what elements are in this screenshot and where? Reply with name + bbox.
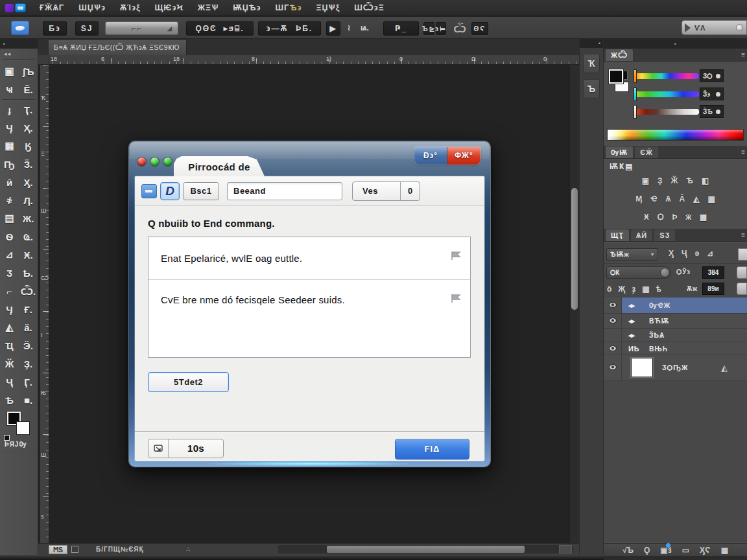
menu-item-4[interactable]: ЩѤ϶Ϟ [147,3,190,12]
tab-adjustments[interactable]: ѸѬ [606,146,633,158]
menu-item-5[interactable]: ЖΞѰ [191,3,226,12]
toolbar-d-button[interactable]: D [160,182,180,200]
toolbar-text-input[interactable]: Beeand [227,182,342,200]
adjustment-icon-3-1[interactable]: Ӿ [644,213,649,222]
blend-mode-dropdown[interactable]: ѢѬж▾ [606,248,658,261]
document-tab[interactable]: Б≡Ѧ ѪИЏ ҒΞЉЄ((Ѽ ҖЋ϶Ѧ ΞЅЄ9ҜЮ [49,40,187,55]
close-light-icon[interactable] [137,158,146,166]
opacity-value[interactable]: 384 [702,266,724,279]
menu-item-1[interactable]: ҒӜѦΓ [32,3,71,12]
layers-action-icon-4[interactable]: ▭ [682,546,689,555]
active-tool-button[interactable] [11,21,29,35]
tool-2[interactable]: ʃЪ [19,62,38,80]
tool-10[interactable]: Ӄ [19,137,38,155]
adjustment-icon-2-2[interactable]: Ҽ [650,194,657,204]
tool-38[interactable]: ■. [19,391,38,409]
fill-value[interactable]: 89и [702,283,724,295]
tool-29[interactable]: ◭ [0,318,19,336]
lock-icon-4[interactable]: ▦ [642,285,649,294]
flag-icon[interactable] [451,251,461,260]
horizontal-scrollbar-thumb[interactable] [327,546,525,553]
adjustment-icon-3-2[interactable]: Ѻ [658,213,664,222]
layer-kind-dropdown[interactable]: ѺҜ [606,266,671,279]
close-button[interactable]: ΦЖ° [447,147,480,165]
adjustment-icon-2-3[interactable]: Ѧ [666,194,671,204]
slider-handle[interactable] [634,105,637,119]
adjustment-icon-3-4[interactable]: ӝ [685,213,691,222]
flag-icon[interactable] [451,294,461,303]
adjustment-icon-2-4[interactable]: Ӑ [680,194,685,204]
adjustment-icon-3-3[interactable]: Ϸ [672,213,677,222]
tool-16[interactable]: Ӆ. [19,191,38,209]
menu-item-6[interactable]: ѬЏѢ϶ [226,3,268,12]
slider-handle[interactable] [634,69,637,83]
collapse-arrows-icon[interactable]: ◂◂ [0,49,38,58]
tool-28[interactable]: Ғ. [19,300,38,318]
options-button-2[interactable]: ЅЈ [75,21,99,36]
tool-8[interactable]: Ҳ. [19,119,38,137]
adjustment-icon-3-5[interactable]: ▩ [700,213,707,222]
minimize-light-icon[interactable] [150,158,159,166]
tool-35[interactable]: Ҷ [0,373,19,391]
vertical-scrollbar-thumb[interactable] [571,188,578,310]
color-spectrum-ramp[interactable] [607,129,744,141]
zoom-level-box[interactable]: ϺЅ [49,545,67,554]
visibility-eye-icon[interactable] [609,364,617,370]
filter-icon-1[interactable]: Ӽ [669,249,674,258]
filter-icon-3[interactable]: ә [694,249,699,258]
tab-styles[interactable]: ЄӜ [635,146,658,158]
tab-color[interactable]: ЖѼ [606,49,633,61]
workspace-switcher[interactable]: ѴΛ [682,20,747,35]
tool-15[interactable]: ҂ [0,191,19,209]
adjustment-icon-1-1[interactable]: ▣ [642,176,649,185]
vertical-scrollbar[interactable] [569,65,579,543]
color-slider-1[interactable] [634,73,699,79]
tool-37[interactable]: Ѣ [0,391,19,409]
tool-30[interactable]: ă. [19,318,38,336]
layer-row-1[interactable]: ◂▸ѸҼЖ [604,298,747,314]
gradient-picker-dropdown[interactable]: ⌐⌐ ◢ [105,21,178,35]
tab-layers[interactable]: ЩҬ [606,229,629,241]
slider-value-box[interactable]: Ӟ϶ [700,88,724,100]
tool-34[interactable]: Ҙ. [19,355,38,373]
horizontal-scrollbar[interactable] [278,545,573,554]
adjustment-icon-1-5[interactable]: ◧ [702,176,709,185]
yes-field[interactable]: Ves [353,182,401,200]
tool-13[interactable]: ӣ [0,173,19,191]
color-slider-3[interactable] [634,109,699,115]
dialog-title-tab[interactable]: Pirroocád de [174,156,265,176]
slider-value-box[interactable]: ЗѺ [700,69,724,82]
menu-item-2[interactable]: ШЏѰ϶ [71,3,113,12]
adjustment-icon-2-5[interactable]: ◭ [693,194,699,204]
minimize-button[interactable]: Ð϶° [414,147,447,165]
adjustment-icon-1-3[interactable]: Ӂ [671,176,678,185]
sheet-button[interactable]: 5Tdet2 [148,372,229,392]
slider-handle[interactable] [634,88,637,101]
tool-36[interactable]: Ӷ. [19,373,38,391]
default-colors-icon[interactable] [4,435,10,441]
tool-17[interactable]: ▤ [0,209,19,228]
zero-field[interactable]: 0 [401,182,420,200]
tool-33[interactable]: Ӂ [0,355,19,373]
lock-icon-2[interactable]: Җ [618,285,625,294]
options-group-1[interactable]: ϘΘϾ ▸ϧ⌸. [186,21,254,36]
layer-row-4[interactable]: ИѢВЊҺ [604,342,747,355]
panel-menu-icon[interactable]: ≡ [741,231,745,239]
adjustment-icon-2-1[interactable]: Ӎ [635,194,642,204]
visibility-eye-icon[interactable] [609,318,617,323]
tab-channels[interactable]: ѦӤ [631,229,652,241]
filter-icon-2[interactable]: Ҷ [682,249,687,258]
filter-icon-4[interactable]: ⊿ [707,249,713,258]
visibility-eye-icon[interactable] [609,345,617,351]
timer-icon-button[interactable] [148,439,169,458]
tool-23[interactable]: Ӡ [0,264,19,282]
tool-26[interactable]: Ѽ. [19,282,38,300]
layer-row-5[interactable]: ӠѺҦЖ◭ [604,355,747,380]
tool-1[interactable]: ▣ [0,62,19,80]
tool-22[interactable]: Ӿ. [19,246,38,264]
tool-9[interactable]: ▦ [0,137,19,155]
options-field[interactable]: Ҏ_ [383,21,419,36]
tool-14[interactable]: Ӽ. [19,173,38,191]
tab-paths[interactable]: ЅӠ [654,229,675,241]
tool-32[interactable]: Ӭ. [19,336,38,355]
